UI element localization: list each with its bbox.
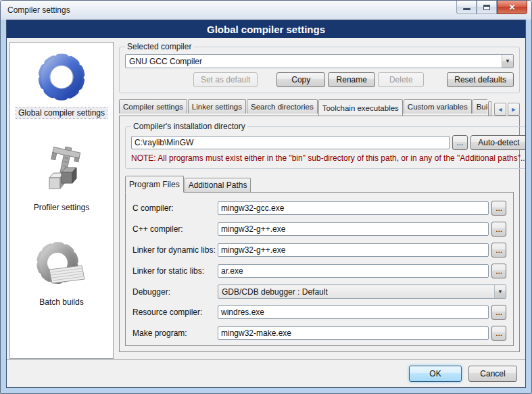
table-row: Linker for dynamic libs: ...	[132, 243, 506, 257]
static-linker-label: Linker for static libs:	[132, 266, 218, 276]
c-compiler-input[interactable]	[218, 201, 489, 215]
tab-build-options[interactable]: Build options	[473, 99, 487, 114]
main-panel: Selected compiler GNU GCC Compiler ▼ Set…	[119, 42, 520, 359]
sidebar-item-profiler-settings[interactable]: Profiler settings	[32, 143, 92, 213]
program-tabbar: Program Files Additional Paths	[125, 176, 514, 192]
close-button[interactable]: ✕	[497, 1, 527, 14]
cancel-button[interactable]: Cancel	[468, 366, 517, 382]
resource-compiler-browse-button[interactable]: ...	[491, 305, 506, 320]
settings-tabs: Compiler settings Linker settings Search…	[119, 99, 487, 116]
installation-directory-group: Compiler's installation directory ... Au…	[125, 122, 525, 169]
compiler-select-value: GNU GCC Compiler	[126, 57, 502, 66]
window-title: Compiler settings	[7, 5, 70, 15]
settings-tabbar: Compiler settings Linker settings Search…	[119, 99, 520, 116]
page-title: Global compiler settings	[7, 20, 525, 38]
static-linker-input[interactable]	[218, 264, 489, 278]
tab-compiler-settings[interactable]: Compiler settings	[119, 99, 187, 114]
minimize-icon	[463, 8, 470, 10]
sidebar-item-batch-builds[interactable]: Batch builds	[33, 237, 90, 307]
tab-additional-paths[interactable]: Additional Paths	[185, 178, 251, 192]
compiler-buttons-row: Set as default Copy Rename Delete Reset …	[125, 72, 514, 87]
sidebar-item-label: Global compiler settings	[16, 107, 107, 118]
compiler-settings-window: Compiler settings ✕ Global compiler sett…	[0, 0, 532, 394]
dialog-client-area: Global compiler settings	[6, 20, 526, 388]
c-compiler-browse-button[interactable]: ...	[491, 201, 506, 216]
make-program-browse-button[interactable]: ...	[491, 326, 506, 341]
gray-gear-icon	[33, 237, 90, 294]
blue-gear-icon	[33, 48, 90, 105]
sidebar-item-label: Profiler settings	[32, 202, 92, 213]
tab-program-files[interactable]: Program Files	[125, 176, 184, 193]
cpp-compiler-browse-button[interactable]: ...	[491, 222, 506, 237]
make-program-input[interactable]	[218, 326, 489, 340]
tab-search-directories[interactable]: Search directories	[247, 99, 318, 114]
table-row: Make program: ...	[132, 326, 506, 341]
installation-directory-row: ... Auto-detect	[131, 135, 525, 150]
chevron-down-icon: ▼	[494, 285, 506, 298]
table-row: Debugger: GDB/CDB debugger : Default ▼	[132, 285, 506, 299]
ok-button[interactable]: OK	[409, 366, 462, 382]
dialog-body: Global compiler settings	[7, 38, 525, 359]
dynamic-linker-label: Linker for dynamic libs:	[132, 245, 218, 255]
dialog-footer: OK Cancel	[7, 359, 525, 387]
delete-button[interactable]: Delete	[378, 72, 424, 87]
chevron-down-icon: ▼	[502, 55, 513, 68]
sidebar-item-label: Batch builds	[37, 297, 85, 307]
maximize-icon	[483, 5, 490, 10]
resource-compiler-label: Resource compiler:	[132, 307, 218, 317]
settings-category-list: Global compiler settings	[9, 42, 114, 359]
installation-directory-group-label: Compiler's installation directory	[131, 122, 247, 131]
table-row: C++ compiler: ...	[132, 222, 506, 237]
table-row: Resource compiler: ...	[132, 305, 506, 320]
tab-scroll-left-button[interactable]: ◄	[494, 103, 506, 116]
maximize-button[interactable]	[477, 1, 497, 14]
cpp-compiler-label: C++ compiler:	[132, 224, 218, 234]
tab-scroll-right-button[interactable]: ►	[508, 103, 520, 116]
close-icon: ✕	[508, 3, 515, 12]
arrow-left-icon: ◄	[498, 106, 504, 113]
copy-button[interactable]: Copy	[276, 72, 325, 87]
set-as-default-button[interactable]: Set as default	[193, 72, 258, 87]
installation-directory-input[interactable]	[131, 136, 450, 149]
table-row: Linker for static libs: ...	[132, 264, 506, 278]
titlebar[interactable]: Compiler settings ✕	[1, 1, 531, 20]
table-row: C compiler: ...	[132, 201, 506, 216]
tab-linker-settings[interactable]: Linker settings	[188, 99, 246, 114]
caption-buttons: ✕	[456, 1, 527, 14]
selected-compiler-group-label: Selected compiler	[125, 42, 193, 51]
arrow-right-icon: ►	[511, 106, 517, 113]
tab-scroll-buttons: ◄ ►	[491, 103, 520, 116]
dynamic-linker-input[interactable]	[218, 243, 489, 257]
cpp-compiler-input[interactable]	[218, 222, 489, 236]
debugger-select-value: GDB/CDB debugger : Default	[218, 287, 494, 297]
tab-custom-variables[interactable]: Custom variables	[404, 99, 472, 114]
minimize-button[interactable]	[456, 1, 477, 14]
static-linker-browse-button[interactable]: ...	[491, 264, 506, 278]
debugger-select[interactable]: GDB/CDB debugger : Default ▼	[218, 285, 506, 299]
toolchain-executables-page: Compiler's installation directory ... Au…	[119, 116, 520, 352]
rename-button[interactable]: Rename	[328, 72, 375, 87]
note-text: NOTE: All programs must exist either in …	[131, 153, 525, 163]
sidebar-item-global-compiler-settings[interactable]: Global compiler settings	[16, 48, 107, 118]
compiler-select[interactable]: GNU GCC Compiler ▼	[125, 54, 514, 68]
resource-compiler-input[interactable]	[218, 305, 489, 319]
auto-detect-button[interactable]: Auto-detect	[470, 135, 525, 150]
tab-toolchain-executables[interactable]: Toolchain executables	[318, 99, 403, 116]
dynamic-linker-browse-button[interactable]: ...	[491, 243, 506, 257]
browse-directory-button[interactable]: ...	[452, 135, 468, 150]
reset-defaults-button[interactable]: Reset defaults	[447, 72, 514, 87]
caliper-icon	[33, 143, 90, 199]
debugger-label: Debugger:	[132, 287, 218, 297]
c-compiler-label: C compiler:	[132, 203, 218, 213]
selected-compiler-group: Selected compiler GNU GCC Compiler ▼ Set…	[119, 42, 520, 93]
make-program-label: Make program:	[132, 328, 218, 338]
program-files-page: C compiler: ... C++ compiler: ...	[125, 192, 514, 346]
